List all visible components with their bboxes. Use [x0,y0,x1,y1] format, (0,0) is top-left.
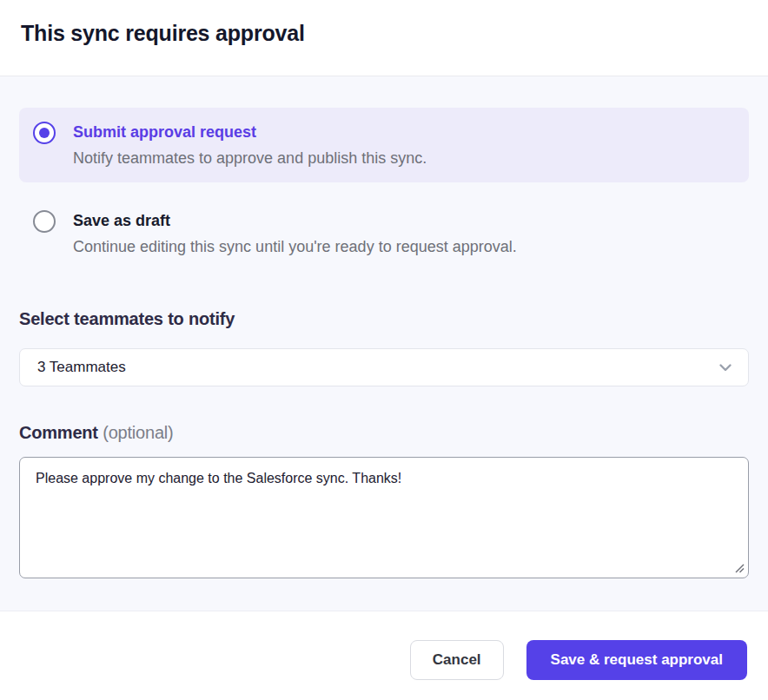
comment-label-text: Comment [19,423,98,442]
comment-textarea[interactable]: Please approve my change to the Salesfor… [19,457,749,578]
teammates-heading: Select teammates to notify [19,309,749,329]
option-label-draft: Save as draft [73,209,517,232]
modal-header: This sync requires approval [0,0,768,76]
radio-submit-approval-request[interactable] [33,122,56,144]
chevron-down-icon [717,359,734,376]
modal-footer: Cancel Save & request approval [0,611,768,700]
modal-title: This sync requires approval [21,21,747,46]
comment-textarea-wrap: Please approve my change to the Salesfor… [19,457,749,578]
radio-save-as-draft[interactable] [33,210,56,233]
option-save-as-draft[interactable]: Save as draft Continue editing this sync… [19,196,749,271]
option-description-draft: Continue editing this sync until you're … [73,235,517,258]
modal-body: Submit approval request Notify teammates… [0,76,768,611]
comment-optional-label: (optional) [103,423,173,442]
teammates-select-value: 3 Teammates [37,359,126,376]
resize-handle-icon[interactable] [733,562,745,574]
option-description-submit: Notify teammates to approve and publish … [73,147,427,169]
radio-selected-dot [39,128,50,138]
option-text: Save as draft Continue editing this sync… [73,209,517,258]
option-label-submit: Submit approval request [73,121,427,143]
cancel-button[interactable]: Cancel [410,640,504,680]
option-submit-approval-request[interactable]: Submit approval request Notify teammates… [19,108,749,182]
teammates-select[interactable]: 3 Teammates [19,348,749,386]
comment-label: Comment (optional) [19,423,749,443]
approval-modal: This sync requires approval Submit appro… [0,0,768,700]
option-text: Submit approval request Notify teammates… [73,121,427,169]
save-request-approval-button[interactable]: Save & request approval [526,640,747,680]
